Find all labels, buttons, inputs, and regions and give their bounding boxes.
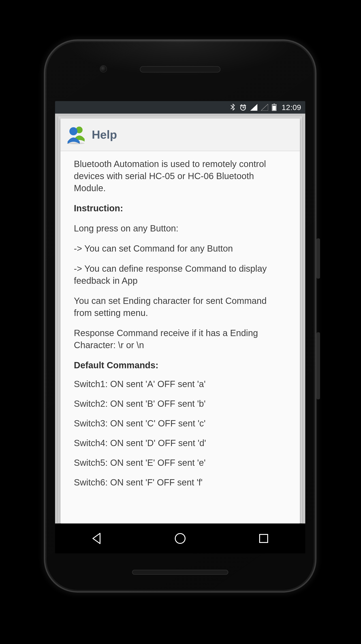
switch2-row: Switch2: ON sent 'B' OFF sent 'b' [74, 398, 286, 410]
switch1-row: Switch1: ON sent 'A' OFF sent 'a' [74, 378, 286, 390]
set-command-line: -> You can set Command for any Button [74, 242, 286, 254]
help-dialog: Help Bluetooth Automation is used to rem… [61, 118, 300, 524]
bluetooth-icon [230, 104, 236, 111]
dialog-content[interactable]: Bluetooth Automation is used to remotely… [61, 151, 300, 488]
front-camera [100, 65, 107, 72]
people-icon [67, 125, 87, 144]
response-receive-line: Response Command receive if it has a End… [74, 327, 286, 351]
switch6-row: Switch6: ON sent 'F' OFF sent 'f' [74, 476, 286, 488]
response-command-line: -> You can define response Command to di… [74, 262, 286, 287]
cell-signal-empty-icon [261, 104, 268, 111]
power-button[interactable] [316, 238, 320, 278]
nav-bar [55, 524, 305, 554]
help-intro: Bluetooth Automation is used to remotely… [74, 158, 286, 194]
bottom-speaker-pill [132, 570, 228, 575]
ending-char-line: You can set Ending character for sent Co… [74, 295, 286, 319]
switch5-row: Switch5: ON sent 'E' OFF sent 'e' [74, 456, 286, 469]
dialog-title: Help [92, 128, 117, 141]
dialog-background: Help Bluetooth Automation is used to rem… [55, 114, 305, 524]
cell-signal-full-icon [250, 104, 257, 111]
svg-point-5 [69, 127, 78, 135]
instruction-heading: Instruction: [74, 202, 286, 214]
dialog-header: Help [61, 118, 300, 151]
nav-home-button[interactable] [171, 529, 190, 548]
nav-recents-button[interactable] [254, 529, 273, 548]
svg-rect-8 [260, 534, 268, 542]
earpiece [140, 66, 220, 72]
longpress-line: Long press on any Button: [74, 222, 286, 234]
battery-icon [272, 104, 277, 111]
svg-point-7 [175, 534, 185, 544]
screen: 12:09 [55, 101, 305, 554]
svg-point-6 [67, 142, 85, 144]
default-commands-list: Switch1: ON sent 'A' OFF sent 'a' Switch… [74, 378, 286, 488]
default-commands-heading: Default Commands: [74, 359, 286, 371]
switch4-row: Switch4: ON sent 'D' OFF sent 'd' [74, 437, 286, 449]
svg-rect-3 [273, 106, 276, 110]
phone-frame: 12:09 [44, 39, 316, 592]
volume-rocker[interactable] [316, 332, 320, 399]
switch3-row: Switch3: ON sent 'C' OFF sent 'c' [74, 417, 286, 429]
status-clock: 12:09 [281, 103, 301, 112]
nav-back-button[interactable] [87, 529, 106, 548]
alarm-clock-icon [239, 104, 247, 111]
status-bar: 12:09 [55, 101, 305, 114]
